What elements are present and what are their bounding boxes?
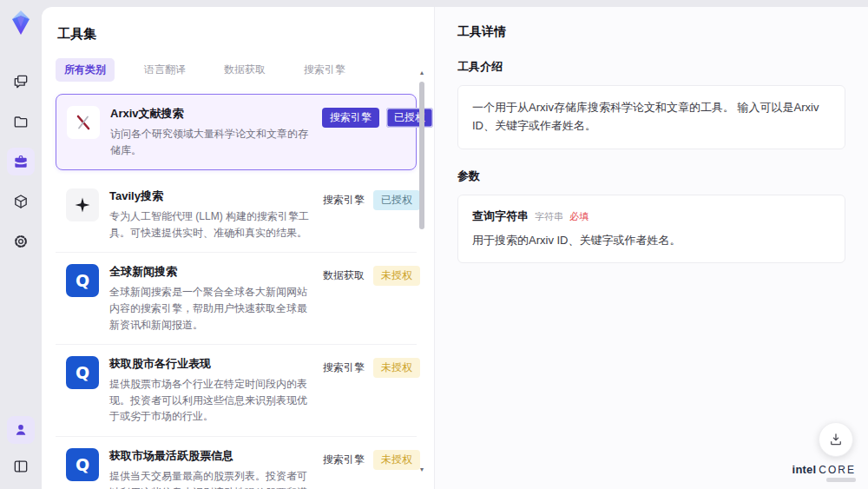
news-q-logo-icon: Q: [66, 356, 99, 389]
scroll-up-icon[interactable]: ▴: [418, 69, 425, 76]
tool-detail-panel: 工具详情 工具介绍 一个用于从Arxiv存储库搜索科学论文和文章的工具。 输入可…: [434, 7, 868, 489]
tool-name: Tavily搜索: [109, 188, 311, 204]
tool-name: Arxiv文献搜索: [110, 106, 312, 122]
intro-heading: 工具介绍: [457, 59, 845, 75]
app-logo-icon: [8, 9, 34, 36]
tool-category-badge: 搜索引擎: [321, 450, 366, 470]
user-avatar-icon[interactable]: [7, 416, 35, 444]
tab-4[interactable]: 搜索引擎: [295, 58, 354, 82]
scrollbar-thumb[interactable]: [419, 82, 424, 229]
tool-category-badge: 搜索引擎: [321, 358, 366, 378]
toolset-panel: 工具集 所有类别语言翻译数据获取搜索引擎 Arxiv文献搜索 访问各个研究领域大…: [42, 7, 434, 489]
tool-list: Arxiv文献搜索 访问各个研究领域大量科学论文和文章的存储库。 搜索引擎 已授…: [56, 94, 417, 489]
tool-name: 获取股市各行业表现: [109, 356, 311, 372]
tool-status-badge: 已授权: [373, 190, 420, 210]
tool-card[interactable]: Tavily搜索 专为人工智能代理 (LLM) 构建的搜索引擎工具。可快速提供实…: [56, 177, 417, 253]
param-name: 查询字符串: [472, 208, 529, 224]
news-q-logo-icon: Q: [66, 448, 99, 481]
app-rail: [0, 0, 42, 489]
sparkle-icon: [66, 188, 99, 221]
tool-description: 提供股票市场各个行业在特定时间段内的表现。投资者可以利用这些信息来识别表现优于或…: [109, 376, 311, 425]
category-tabs: 所有类别语言翻译数据获取搜索引擎: [56, 58, 434, 82]
tab-3[interactable]: 数据获取: [215, 58, 274, 82]
tool-category-badge: 搜索引擎: [321, 190, 366, 210]
brand-core: CORE: [819, 464, 856, 476]
download-icon: [828, 432, 844, 447]
arxiv-logo-icon: [67, 106, 100, 139]
scroll-down-icon[interactable]: ▾: [418, 466, 425, 473]
rail-bottom: [7, 416, 35, 480]
detail-title: 工具详情: [457, 24, 845, 40]
news-q-logo-icon: Q: [66, 264, 99, 297]
param-type: 字符串: [535, 210, 563, 223]
intro-text: 一个用于从Arxiv存储库搜索科学论文和文章的工具。 输入可以是Arxiv ID…: [472, 99, 831, 135]
params-heading: 参数: [457, 169, 845, 184]
rail-nav: [7, 68, 35, 255]
tool-description: 访问各个研究领域大量科学论文和文章的存储库。: [110, 126, 312, 158]
tool-status-badge: 已授权: [386, 108, 433, 128]
folder-icon[interactable]: [7, 108, 35, 135]
download-button[interactable]: [819, 422, 853, 457]
tool-description: 提供当天交易量最高的股票列表。投资者可以利用这些信息来识别流动性强的股票和潜在的…: [109, 468, 311, 489]
param-required-badge: 必填: [569, 210, 589, 223]
cube-icon[interactable]: [7, 188, 35, 215]
intro-box: 一个用于从Arxiv存储库搜索科学论文和文章的工具。 输入可以是Arxiv ID…: [457, 85, 845, 149]
chat-icon[interactable]: [7, 68, 35, 96]
tool-category-badge: 数据获取: [321, 266, 366, 286]
tab-2[interactable]: 语言翻译: [135, 58, 194, 82]
page-title: 工具集: [57, 26, 434, 43]
tool-card[interactable]: Q 获取市场最活跃股票信息 提供当天交易量最高的股票列表。投资者可以利用这些信息…: [56, 437, 417, 489]
tool-description: 专为人工智能代理 (LLM) 构建的搜索引擎工具。可快速提供实时、准确和真实的结…: [109, 208, 311, 241]
toolbox-icon[interactable]: [7, 148, 35, 175]
tab-1[interactable]: 所有类别: [56, 58, 115, 82]
list-scrollbar[interactable]: ▴ ▾: [418, 68, 425, 489]
tool-card[interactable]: Q 全球新闻搜索 全球新闻搜索是一个聚合全球各大新闻网站内容的搜索引擎，帮助用户…: [56, 253, 417, 345]
settings-gear-icon[interactable]: [7, 228, 35, 255]
tool-name: 全球新闻搜索: [109, 264, 311, 280]
tool-category-badge: 搜索引擎: [322, 108, 379, 128]
param-description: 用于搜索的Arxiv ID、关键字或作者姓名。: [472, 232, 831, 250]
brand-sub-badge: [826, 478, 856, 482]
tool-status-badge: 未授权: [373, 450, 420, 470]
tool-card[interactable]: Q 获取股市各行业表现 提供股票市场各个行业在特定时间段内的表现。投资者可以利用…: [56, 345, 417, 437]
tool-status-badge: 未授权: [373, 358, 420, 378]
param-head: 查询字符串 字符串 必填: [472, 208, 831, 224]
main-content: 工具集 所有类别语言翻译数据获取搜索引擎 Arxiv文献搜索 访问各个研究领域大…: [42, 7, 868, 489]
tool-description: 全球新闻搜索是一个聚合全球各大新闻网站内容的搜索引擎，帮助用户快速获取全球最新资…: [109, 284, 311, 333]
tool-card[interactable]: Arxiv文献搜索 访问各个研究领域大量科学论文和文章的存储库。 搜索引擎 已授…: [56, 94, 417, 170]
panel-toggle-icon[interactable]: [7, 453, 35, 480]
param-box: 查询字符串 字符串 必填 用于搜索的Arxiv ID、关键字或作者姓名。: [457, 195, 845, 264]
tool-status-badge: 未授权: [373, 266, 420, 286]
brand-intel: intel: [792, 463, 817, 476]
intel-core-logo: intel CORE: [792, 463, 856, 482]
tool-name: 获取市场最活跃股票信息: [109, 448, 311, 464]
